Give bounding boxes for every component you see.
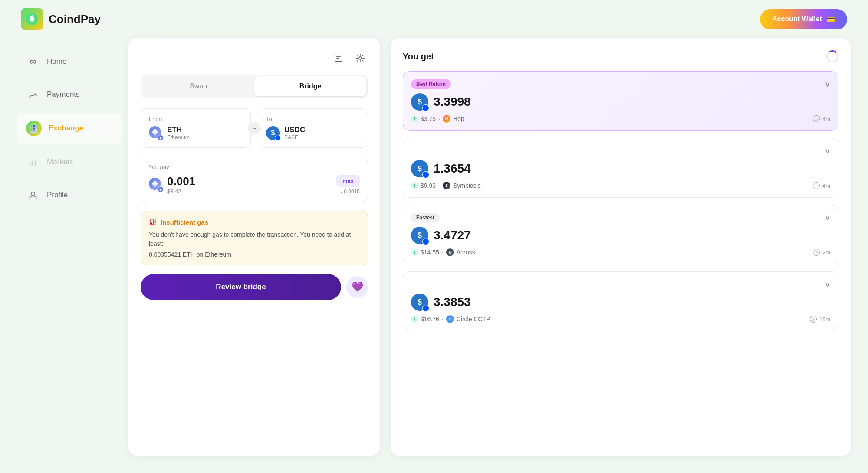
logo-area: CoindPay (21, 8, 101, 30)
app-name: CoindPay (49, 13, 101, 26)
from-token-name: ETH (167, 126, 190, 134)
route-usd-2: $ $14.55 · A Across (411, 248, 475, 256)
route-expand-0[interactable]: ∨ (825, 79, 830, 89)
main-content: ∞ Home Payments 🏦 Exchange (0, 38, 868, 473)
gas-warning-amount: 0.00055421 ETH on Ethereum (149, 251, 360, 258)
wallet-mini-button[interactable]: 💜 (346, 276, 368, 298)
settings-button[interactable] (352, 50, 368, 66)
route-card-2[interactable]: Fastest ∨ $ 3.4727 $ $14.55 · A Across ◷… (403, 205, 838, 264)
clock-icon-3: ◷ (810, 316, 817, 323)
provider-icon-1: S (443, 182, 450, 189)
route-info-row-2: $ $14.55 · A Across ◷ 2m (411, 248, 830, 256)
gas-warning: ⛽ Insufficient gas You don't have enough… (141, 211, 368, 265)
route-expand-1[interactable]: ∨ (825, 146, 830, 156)
provider-icon-0: H (443, 115, 450, 123)
sidebar-item-profile[interactable]: Profile (17, 180, 122, 210)
dollar-icon-3: $ (411, 316, 418, 323)
from-token-row: ◆ ETH Ethereum (149, 126, 243, 140)
route-usdc-badge-3 (422, 305, 429, 312)
svg-rect-2 (32, 161, 33, 166)
usdc-sub-icon (275, 135, 281, 141)
route-badge-0: Best Return (411, 79, 451, 89)
route-provider-name-3: Circle CCTP (457, 316, 490, 323)
route-time-2: ◷ 2m (813, 249, 830, 256)
svg-point-6 (359, 57, 362, 59)
sidebar-label-exchange: Exchange (49, 124, 83, 133)
route-info-row-1: $ $9.93 · S Symbiosis ◷ 4m (411, 182, 830, 189)
route-gas-2: $14.55 (421, 249, 439, 256)
max-button[interactable]: max (336, 175, 360, 187)
sidebar-label-payments: Payments (47, 90, 80, 99)
route-usdc-icon-2: $ (411, 227, 428, 244)
provider-icon-2: A (446, 248, 454, 256)
swap-bridge-tabs: Swap Bridge (141, 75, 368, 98)
clock-icon-0: ◷ (813, 115, 820, 122)
clock-icon-1: ◷ (813, 182, 820, 189)
route-expand-3[interactable]: ∨ (825, 280, 830, 289)
review-btn-wrapper: Review bridge 💜 (141, 274, 368, 300)
bridge-panel: Swap Bridge From (128, 38, 380, 456)
tab-bridge[interactable]: Bridge (254, 76, 366, 96)
route-card-1[interactable]: ∨ $ 1.3654 $ $9.93 · S Symbiosis ◷ 4m (403, 138, 838, 198)
you-pay-box: You pay ◆ 0 (141, 157, 368, 202)
sidebar-label-profile: Profile (47, 191, 68, 199)
to-box[interactable]: To $ USDC BASE (258, 108, 368, 148)
route-badge-2: Fastest (411, 213, 440, 222)
dollar-icon-2: $ (411, 249, 418, 256)
route-provider-name-2: Across (457, 249, 475, 256)
route-info-row-3: $ $16.76 · C Circle CCTP ◷ 19m (411, 315, 830, 323)
wallet-icon: 💳 (826, 15, 835, 23)
route-time-value-0: 4m (822, 116, 830, 122)
route-time-value-1: 4m (822, 183, 830, 189)
you-pay-label: You pay (149, 164, 360, 170)
route-card-3[interactable]: ∨ $ 3.3853 $ $16.76 · C Circle CCTP ◷ 19… (403, 271, 838, 331)
routes-container: Best Return ∨ $ 3.3998 $ $3.75 · H Hop ◷… (403, 71, 838, 331)
route-usdc-badge-0 (422, 104, 429, 111)
content-area: Swap Bridge From (122, 38, 851, 456)
svg-rect-3 (35, 160, 36, 166)
route-card-0[interactable]: Best Return ∨ $ 3.3998 $ $3.75 · H Hop ◷… (403, 71, 838, 131)
history-button[interactable] (331, 50, 346, 66)
route-usdc-icon-3: $ (411, 294, 428, 311)
you-get-panel: You get Best Return ∨ $ 3.3998 $ $3.75 ·… (391, 38, 851, 456)
infinity-icon: ∞ (26, 55, 40, 69)
route-card-header-0: Best Return ∨ (411, 79, 830, 89)
eth-sub-icon: ◆ (158, 135, 164, 141)
route-gas-3: $16.76 (421, 316, 439, 323)
svg-point-4 (31, 192, 35, 196)
route-card-header-2: Fastest ∨ (411, 213, 830, 222)
route-provider-sep-3: · (442, 316, 444, 323)
from-chain-name: Ethereum (167, 134, 190, 140)
exchange-icon: 🏦 (26, 121, 42, 136)
markets-icon (26, 155, 40, 169)
sidebar-item-exchange[interactable]: 🏦 Exchange (17, 113, 122, 144)
gas-warning-message: You don't have enough gas to complete th… (149, 230, 360, 248)
gas-warning-icon: ⛽ (149, 218, 157, 226)
route-usd-3: $ $16.76 · C Circle CCTP (411, 315, 490, 323)
sidebar-item-payments[interactable]: Payments (17, 80, 122, 109)
route-time-1: ◷ 4m (813, 182, 830, 189)
route-amount-1: 1.3654 (434, 162, 471, 176)
sidebar-item-home[interactable]: ∞ Home (17, 47, 122, 76)
from-box[interactable]: From ◆ ETH (141, 108, 251, 148)
from-to-row: From ◆ ETH (141, 108, 368, 148)
tab-swap[interactable]: Swap (142, 76, 254, 96)
to-label: To (266, 116, 360, 122)
route-expand-2[interactable]: ∨ (825, 213, 830, 222)
sidebar-item-markets[interactable]: Markets (17, 147, 122, 177)
route-amount-row-0: $ 3.3998 (411, 93, 830, 111)
you-get-header: You get (403, 50, 838, 62)
route-amount-row-3: $ 3.3853 (411, 294, 830, 311)
route-amount-row-2: $ 3.4727 (411, 227, 830, 244)
pay-right: max / 0.0015 (336, 175, 360, 195)
review-bridge-button[interactable]: Review bridge (141, 274, 341, 300)
gas-warning-title: ⛽ Insufficient gas (149, 218, 360, 226)
route-gas-0: $3.75 (421, 115, 436, 122)
eth-token-icon: ◆ (149, 126, 163, 140)
pay-usd: $3.42 (167, 188, 195, 195)
loading-spinner (826, 50, 838, 62)
payments-icon (26, 88, 40, 101)
to-token-row: $ USDC BASE (266, 126, 360, 140)
account-wallet-button[interactable]: Account Wallet 💳 (760, 9, 847, 29)
route-provider-name-0: Hop (453, 115, 464, 122)
